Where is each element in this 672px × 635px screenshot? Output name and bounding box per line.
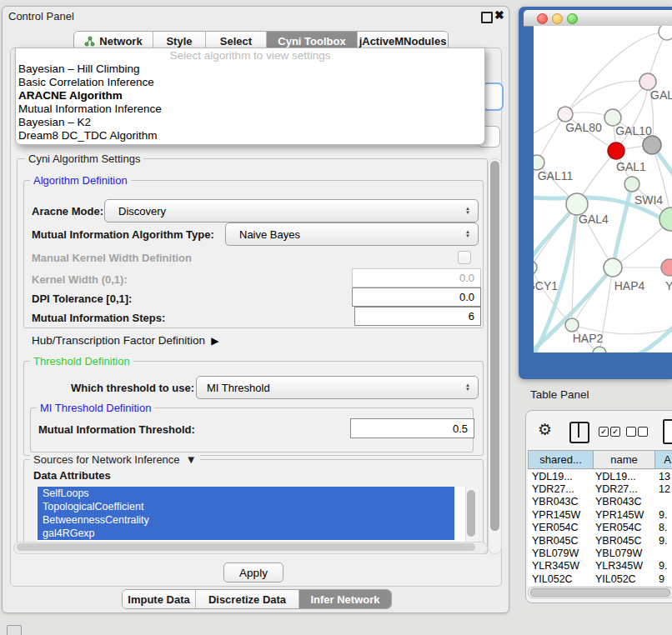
- network-node[interactable]: [593, 347, 606, 352]
- algorithm-option[interactable]: Bayesian – K2: [16, 116, 484, 129]
- dpi-tolerance-label: DPI Tolerance [0,1]:: [32, 292, 132, 305]
- mi-steps-field[interactable]: 6: [354, 307, 481, 326]
- table-row[interactable]: YIL052CYIL052C9: [528, 572, 672, 585]
- kernel-width-value: 0.0: [459, 272, 474, 284]
- settings-vertical-scrollbar-thumb[interactable]: [490, 161, 499, 531]
- table-row[interactable]: YBR045CYBR045C9.: [528, 534, 672, 547]
- table-cell[interactable]: 12: [655, 483, 672, 495]
- algorithm-option[interactable]: Mutual Information Inference: [16, 102, 484, 116]
- table-cell[interactable]: YBR043C: [528, 496, 594, 508]
- tab-impute-data[interactable]: Impute Data: [123, 590, 195, 608]
- table-cell[interactable]: YDL19...: [594, 471, 655, 482]
- gear-icon[interactable]: ⚙: [538, 420, 552, 439]
- table-row[interactable]: YPR145WYPR145W9.: [528, 508, 672, 521]
- which-threshold-select[interactable]: MI Threshold ▲▼: [196, 376, 479, 399]
- column-header-name[interactable]: name: [593, 450, 655, 469]
- network-node[interactable]: [661, 259, 672, 276]
- float-window-icon[interactable]: [481, 12, 493, 23]
- network-edge[interactable]: [537, 114, 565, 162]
- column-header-extra[interactable]: A: [654, 450, 672, 469]
- table-row[interactable]: YLR345WYLR345W9.: [528, 560, 672, 572]
- table-cell[interactable]: 9.: [655, 509, 672, 521]
- table-cell[interactable]: YPR145W: [594, 509, 655, 521]
- table-cell[interactable]: YPR145W: [528, 509, 594, 521]
- table-cell[interactable]: YBL079W: [594, 548, 655, 559]
- network-node[interactable]: [565, 318, 579, 332]
- network-node[interactable]: [534, 261, 537, 274]
- attribute-item[interactable]: TopologicalCoefficient: [38, 500, 454, 513]
- minimize-traffic-light-icon[interactable]: [552, 13, 563, 24]
- hub-definition-toggle[interactable]: Hub/Transcription Factor Definition ▶: [32, 334, 218, 347]
- palette-icon[interactable]: [7, 625, 22, 635]
- close-traffic-light-icon[interactable]: [537, 13, 548, 24]
- mi-threshold-field[interactable]: 0.5: [350, 418, 474, 438]
- attributes-scrollbar-thumb[interactable]: [467, 490, 475, 537]
- network-node[interactable]: [659, 208, 672, 231]
- unchecked-checkbox-icon[interactable]: [626, 427, 636, 437]
- algorithm-option[interactable]: ARACNE Algorithm: [16, 89, 484, 102]
- manual-kernel-checkbox[interactable]: [458, 251, 471, 264]
- table-horizontal-scrollbar-thumb[interactable]: [530, 588, 670, 597]
- table-row[interactable]: YER054CYER054C8.: [528, 522, 672, 534]
- table-cell[interactable]: YDL19...: [528, 471, 594, 482]
- algorithm-option[interactable]: Dream8 DC_TDC Algorithm: [16, 129, 484, 142]
- table-cell[interactable]: YBL079W: [528, 548, 594, 559]
- table-cell[interactable]: YLR345W: [594, 560, 655, 572]
- network-node[interactable]: [643, 136, 661, 154]
- table-row[interactable]: YBL079WYBL079W: [528, 547, 672, 559]
- table-cell[interactable]: YBR043C: [594, 496, 655, 508]
- network-node[interactable]: [604, 109, 621, 126]
- network-canvas[interactable]: GALGAL80GAL10GAL1GAL11SWI4GAL4GCY1HAP4YH…: [534, 26, 672, 352]
- network-edge-thick[interactable]: [534, 204, 577, 272]
- network-node[interactable]: [534, 155, 544, 170]
- table-cell[interactable]: YBR045C: [594, 535, 655, 547]
- aracne-mode-select[interactable]: Discovery ▲▼: [104, 199, 479, 222]
- tab-infer-network[interactable]: Infer Network: [298, 590, 391, 608]
- table-body[interactable]: YDL19...YDL19...13YDR27...YDR27...12YBR0…: [528, 470, 672, 586]
- data-attributes-list[interactable]: SelfLoopsTopologicalCoefficientBetweenne…: [37, 487, 477, 543]
- mi-steps-label: Mutual Information Steps:: [32, 312, 165, 324]
- tab-discretize-data[interactable]: Discretize Data: [195, 590, 298, 608]
- network-node[interactable]: [624, 177, 639, 192]
- table-cell[interactable]: 13: [655, 471, 672, 482]
- sources-title[interactable]: Sources for Network Inference ▼: [30, 453, 200, 466]
- table-cell[interactable]: YER054C: [594, 522, 655, 533]
- settings-horizontal-scrollbar-thumb[interactable]: [17, 543, 475, 551]
- network-node[interactable]: [558, 107, 573, 122]
- table-cell[interactable]: YIL052C: [594, 573, 655, 585]
- unchecked-checkbox-icon[interactable]: [638, 427, 648, 437]
- table-cell[interactable]: YLR345W: [528, 560, 594, 572]
- table-cell[interactable]: 9.: [655, 535, 672, 547]
- algorithm-option[interactable]: Bayesian – Hill Climbing: [16, 62, 484, 76]
- table-cell[interactable]: YDR27...: [594, 483, 655, 495]
- table-cell[interactable]: 8.: [655, 522, 672, 533]
- table-row[interactable]: YDR27...YDR27...12: [528, 482, 672, 495]
- network-node[interactable]: [639, 73, 656, 90]
- table-cell[interactable]: YIL052C: [528, 573, 594, 585]
- table-cell[interactable]: YBR045C: [528, 535, 594, 547]
- table-cell[interactable]: YDR27...: [528, 483, 594, 495]
- algorithm-option[interactable]: Basic Correlation Inference: [16, 76, 484, 89]
- close-icon[interactable]: ✖: [494, 8, 504, 22]
- column-header-shared[interactable]: shared...: [528, 450, 594, 469]
- column-layout-icon[interactable]: [569, 422, 589, 443]
- attribute-item[interactable]: SelfLoops: [38, 487, 454, 500]
- checked-checkbox-icon[interactable]: ✓: [599, 427, 609, 437]
- zoom-traffic-light-icon[interactable]: [567, 13, 578, 24]
- new-table-icon[interactable]: [663, 419, 672, 444]
- dpi-tolerance-field[interactable]: 0.0: [352, 288, 481, 307]
- table-cell[interactable]: YER054C: [528, 522, 594, 533]
- table-cell[interactable]: 9.: [655, 560, 672, 572]
- table-cell[interactable]: 9: [655, 573, 672, 585]
- attribute-item[interactable]: gal4RGexp: [38, 527, 454, 540]
- table-row[interactable]: YBR043CYBR043C: [528, 496, 672, 508]
- mi-type-select[interactable]: Naive Bayes ▲▼: [225, 222, 479, 246]
- network-node[interactable]: [659, 26, 672, 40]
- network-node[interactable]: [604, 258, 622, 277]
- network-edge-thick[interactable]: [627, 318, 672, 352]
- attribute-item[interactable]: BetweennessCentrality: [38, 513, 454, 527]
- checked-checkbox-icon[interactable]: ✓: [610, 427, 620, 437]
- table-row[interactable]: YDL19...YDL19...13: [528, 470, 672, 482]
- network-node[interactable]: [608, 142, 624, 159]
- apply-button[interactable]: Apply: [223, 562, 283, 582]
